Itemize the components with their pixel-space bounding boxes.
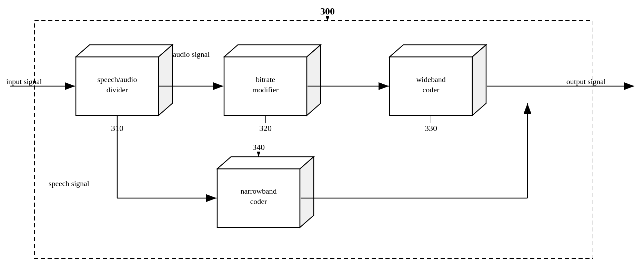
speech-signal-label: speech signal: [49, 179, 89, 188]
ref-300: 300: [320, 6, 335, 17]
svg-marker-17: [300, 157, 314, 227]
ref-340: 340: [252, 143, 265, 152]
narrowband-label-1: narrowband: [240, 187, 276, 195]
svg-marker-16: [217, 157, 314, 169]
input-signal-label: input signal: [6, 77, 42, 86]
speech-audio-label-2: divider: [107, 85, 128, 94]
svg-marker-4: [76, 45, 172, 57]
audio-signal-label: audio signal: [173, 50, 210, 59]
svg-marker-12: [390, 45, 486, 57]
svg-marker-8: [224, 45, 321, 57]
speech-audio-label-1: speech/audio: [98, 75, 137, 84]
ref-330: 330: [425, 124, 437, 133]
svg-marker-13: [472, 45, 486, 115]
bitrate-label-1: bitrate: [256, 75, 275, 84]
ref-320: 320: [259, 124, 272, 133]
wideband-label-2: coder: [423, 85, 440, 94]
diagram-container: 300 speech/audio divider 310 bitrate mod…: [0, 0, 644, 267]
svg-marker-5: [159, 45, 172, 115]
wideband-label-1: wideband: [416, 75, 446, 84]
output-signal-label: output signal: [566, 77, 606, 86]
bitrate-label-2: modifier: [252, 85, 279, 94]
narrowband-label-2: coder: [250, 197, 268, 206]
svg-marker-9: [307, 45, 321, 115]
